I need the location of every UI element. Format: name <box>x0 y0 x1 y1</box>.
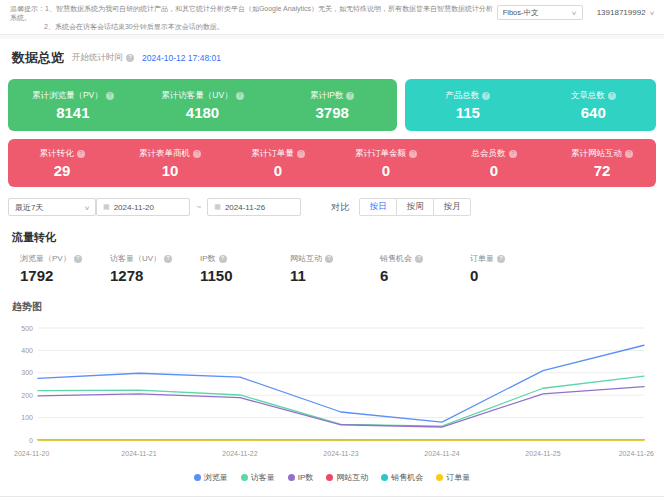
traffic-stat-sales-leads: 销售机会? 6 <box>380 253 470 284</box>
legend-item[interactable]: 浏览量 <box>194 472 228 483</box>
info-icon[interactable]: ? <box>77 150 85 158</box>
legend-dot-icon <box>381 474 388 481</box>
stat-value: 4180 <box>138 104 268 121</box>
by-day-button[interactable]: 按日 <box>359 198 397 216</box>
legend-label: 订单量 <box>446 472 470 483</box>
date-from-value: 2024-11-20 <box>114 203 154 212</box>
info-icon[interactable]: ? <box>74 255 82 263</box>
svg-text:2024-11-23: 2024-11-23 <box>323 450 358 457</box>
svg-text:400: 400 <box>21 347 33 354</box>
stat-value: 1150 <box>200 267 290 284</box>
info-icon[interactable]: ? <box>325 255 333 263</box>
legend-item[interactable]: 订单量 <box>436 472 470 483</box>
date-from-input[interactable]: ▦ 2024-11-20 <box>96 198 190 216</box>
stat-label: 累计网站互动 <box>571 148 622 160</box>
site-select-value: Fibos-中文 <box>503 8 539 18</box>
calendar-icon: ▦ <box>103 203 110 211</box>
stat-total-members: 总会员数? 0 <box>440 148 548 179</box>
stat-value: 72 <box>548 162 656 179</box>
info-icon[interactable]: ? <box>625 150 633 158</box>
date-range-select-value: 最近7天 <box>15 202 43 213</box>
info-icon[interactable]: ? <box>164 255 172 263</box>
by-week-button[interactable]: 按周 <box>396 198 434 216</box>
svg-text:500: 500 <box>21 325 33 332</box>
legend-dot-icon <box>288 474 295 481</box>
stat-total-order-amount: 累计订单金额? 0 <box>332 148 440 179</box>
chevron-down-icon: ∨ <box>649 9 655 16</box>
calendar-icon: ▦ <box>214 203 221 211</box>
stat-label: 累计订单金额 <box>355 148 406 160</box>
info-icon[interactable]: ? <box>482 92 490 100</box>
traffic-stat-orders: 订单量? 0 <box>470 253 560 284</box>
chevron-down-icon: ∨ <box>84 204 90 211</box>
start-time-label: 开始统计时间 ? <box>72 52 134 64</box>
account-number: 13918719992 <box>597 8 646 17</box>
legend-item[interactable]: IP数 <box>288 472 314 483</box>
info-icon[interactable]: ? <box>509 150 517 158</box>
legend-label: 浏览量 <box>204 472 228 483</box>
topbar-right: Fibos-中文 ∨ 13918719992 ∨ <box>497 5 654 20</box>
info-icon[interactable]: ? <box>415 255 423 263</box>
svg-text:100: 100 <box>21 414 33 421</box>
stat-total-conversions: 累计转化? 29 <box>8 148 116 179</box>
trend-chart-title: 趋势图 <box>8 300 656 314</box>
stat-value: 115 <box>405 104 531 121</box>
compare-label: 对比 <box>331 201 349 214</box>
stat-value: 10 <box>116 162 224 179</box>
info-icon[interactable]: ? <box>106 92 114 100</box>
stat-value: 640 <box>531 104 657 121</box>
date-range-separator: ~ <box>196 202 201 212</box>
page-title: 数据总览 <box>12 49 64 67</box>
account-menu[interactable]: 13918719992 ∨ <box>597 8 654 17</box>
info-icon[interactable]: ? <box>608 92 616 100</box>
stat-total-ip: 累计IP数? 3798 <box>267 90 397 121</box>
section-divider <box>0 496 664 497</box>
filter-row: 最近7天 ∨ ▦ 2024-11-20 ~ ▦ 2024-11-26 对比 按日… <box>8 198 656 216</box>
stat-label: IP数 <box>200 253 216 264</box>
stat-value: 0 <box>332 162 440 179</box>
traffic-stat-ip: IP数? 1150 <box>200 253 290 284</box>
legend-item[interactable]: 网站互动 <box>326 472 368 483</box>
stat-label: 总会员数 <box>472 148 506 160</box>
trend-chart: 01002003004005002024-11-202024-11-212024… <box>8 318 656 466</box>
legend-label: IP数 <box>298 472 314 483</box>
stat-value: 3798 <box>267 104 397 121</box>
legend-item[interactable]: 销售机会 <box>381 472 423 483</box>
svg-text:2024-11-25: 2024-11-25 <box>525 450 560 457</box>
svg-text:2024-11-26: 2024-11-26 <box>619 450 654 457</box>
stat-label: 订单量 <box>470 253 494 264</box>
stat-value: 11 <box>290 267 380 284</box>
info-icon[interactable]: ? <box>126 54 134 62</box>
stat-total-articles: 文章总数? 640 <box>531 90 657 121</box>
legend-item[interactable]: 访客量 <box>241 472 275 483</box>
info-icon[interactable]: ? <box>497 255 505 263</box>
start-time-label-text: 开始统计时间 <box>72 52 123 64</box>
traffic-section-title: 流量转化 <box>8 230 656 245</box>
svg-text:2024-11-22: 2024-11-22 <box>222 450 257 457</box>
info-icon[interactable]: ? <box>346 92 354 100</box>
info-icon[interactable]: ? <box>409 150 417 158</box>
stat-total-pv: 累计浏览量（PV）? 8141 <box>8 90 138 121</box>
svg-text:300: 300 <box>21 369 33 376</box>
traffic-stats-row: 浏览量（PV）? 1792 访客量（UV）? 1278 IP数? 1150 网站… <box>8 253 656 284</box>
main-content: 数据总览 开始统计时间 ? 2024-10-12 17:48:01 累计浏览量（… <box>0 39 664 500</box>
stat-label: 累计转化 <box>40 148 74 160</box>
stat-label: 累计访客量（UV） <box>161 90 232 102</box>
legend-dot-icon <box>436 474 443 481</box>
info-icon[interactable]: ? <box>236 92 244 100</box>
traffic-summary-card: 累计浏览量（PV）? 8141 累计访客量（UV）? 4180 累计IP数? 3… <box>8 79 397 131</box>
traffic-stat-interactions: 网站互动? 11 <box>290 253 380 284</box>
info-icon[interactable]: ? <box>219 255 227 263</box>
stat-value: 1278 <box>110 267 200 284</box>
notice-line2: 2、系统会在访客会话结束30分钟后显示本次会话的数据。 <box>10 22 497 31</box>
info-icon[interactable]: ? <box>297 150 305 158</box>
stat-total-uv: 累计访客量（UV）? 4180 <box>138 90 268 121</box>
stat-total-site-interactions: 累计网站互动? 72 <box>548 148 656 179</box>
date-range-select[interactable]: 最近7天 ∨ <box>8 198 96 216</box>
by-month-button[interactable]: 按月 <box>433 198 471 216</box>
info-icon[interactable]: ? <box>193 150 201 158</box>
date-to-input[interactable]: ▦ 2024-11-26 <box>207 198 301 216</box>
site-select[interactable]: Fibos-中文 ∨ <box>497 5 583 20</box>
legend-label: 网站互动 <box>336 472 368 483</box>
svg-text:2024-11-20: 2024-11-20 <box>14 450 49 457</box>
